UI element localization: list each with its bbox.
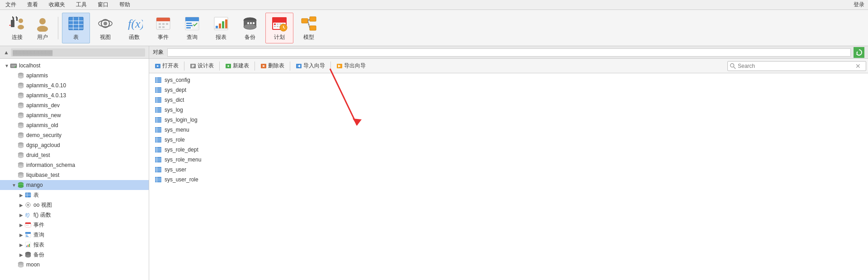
tree-item-localhost[interactable]: ▼ localhost	[0, 61, 149, 71]
tree-db-aplanmis-dev[interactable]: aplanmis_dev	[0, 100, 149, 110]
delete-table-label: 删除表	[268, 62, 284, 70]
event-icon	[154, 14, 172, 33]
search-input[interactable]	[738, 63, 855, 69]
toolbar-backup[interactable]: ●●● 备份	[236, 13, 264, 43]
functions-toggle[interactable]: ▶	[18, 213, 24, 218]
db-aplanmis-new-label: aplanmis_new	[26, 112, 61, 119]
toolbar-user[interactable]: 用户	[31, 13, 54, 43]
functions-icon: f()	[24, 211, 32, 218]
object-path-input[interactable]	[167, 48, 851, 57]
menu-view[interactable]: 查看	[25, 0, 40, 9]
db-icon	[17, 122, 24, 129]
sidebar-filter[interactable]: ▓▓▓▓▓▓▓▓▓▓▓	[11, 48, 145, 57]
tree-db-dgsp-agcloud[interactable]: dgsp_agcloud	[0, 140, 149, 150]
tree-db-aplanmis[interactable]: aplanmis	[0, 71, 149, 81]
login-button[interactable]: 登录	[854, 1, 864, 9]
svg-rect-36	[219, 24, 221, 28]
table-row-sys-role[interactable]: sys_role	[149, 135, 868, 145]
tree-mango-views[interactable]: ▶ oo 视图	[0, 200, 149, 210]
svg-rect-30	[186, 23, 192, 24]
menu-window[interactable]: 窗口	[96, 0, 110, 9]
table-row-sys-role-menu[interactable]: sys_role_menu	[149, 155, 868, 165]
table-row-sys-user[interactable]: sys_user	[149, 165, 868, 175]
delete-table-button[interactable]: 删除表	[257, 61, 288, 71]
toolbar-connect[interactable]: 连接	[5, 13, 29, 43]
views-label: oo 视图	[33, 201, 52, 209]
export-label: 导出向导	[344, 62, 366, 70]
toolbar-function[interactable]: f(x) 函数	[121, 13, 148, 43]
reports-icon	[24, 241, 32, 248]
db-icon	[17, 261, 24, 268]
tree-db-aplanmis-4013[interactable]: aplanmis_4.0.13	[0, 90, 149, 100]
tree-db-liquibase-test[interactable]: liquibase_test	[0, 170, 149, 180]
import-button[interactable]: 导入向导	[292, 61, 329, 71]
tree-mango-tables[interactable]: ▶ 表	[0, 190, 149, 200]
table-row-sys-dict[interactable]: sys_dict	[149, 95, 868, 105]
toolbar-report[interactable]: 报表	[208, 13, 235, 43]
db-aplanmis-4013-label: aplanmis_4.0.13	[26, 92, 66, 99]
sidebar-tree[interactable]: ▼ localhost	[0, 59, 149, 280]
tree-db-aplanmis-4010[interactable]: aplanmis_4.0.10	[0, 81, 149, 90]
svg-rect-0	[11, 20, 14, 27]
search-box[interactable]: ✕	[727, 61, 866, 71]
export-button[interactable]: 导出向导	[333, 61, 369, 71]
toolbar-model[interactable]: 模型	[295, 13, 322, 43]
open-table-button[interactable]: 打开表	[151, 61, 182, 71]
table-row-sys-role-dept[interactable]: sys_role_dept	[149, 145, 868, 155]
tree-db-aplanmis-old[interactable]: aplanmis_old	[0, 120, 149, 130]
toolbar-table[interactable]: 表	[62, 13, 90, 43]
query-label: 查询	[187, 33, 198, 41]
toolbar-schedule[interactable]: 计划	[265, 13, 293, 43]
svg-rect-4	[16, 16, 17, 18]
tree-mango-reports[interactable]: ▶ 报表	[0, 240, 149, 250]
svg-point-65	[308, 24, 310, 25]
mango-toggle[interactable]: ▼	[11, 183, 17, 188]
table-row-sys-login-log[interactable]: sys_login_log	[149, 115, 868, 125]
table-row-sys-config[interactable]: sys_config	[149, 75, 868, 85]
localhost-label: localhost	[19, 62, 40, 69]
reports-toggle[interactable]: ▶	[18, 242, 24, 247]
menu-tools[interactable]: 工具	[74, 0, 89, 9]
tree-db-moon[interactable]: moon	[0, 260, 149, 270]
tree-db-aplanmis-new[interactable]: aplanmis_new	[0, 110, 149, 120]
refresh-button[interactable]	[854, 47, 864, 58]
tree-mango-functions[interactable]: ▶ f() f() 函数	[0, 210, 149, 220]
table-row-sys-dept[interactable]: sys_dept	[149, 85, 868, 95]
svg-point-71	[18, 76, 24, 78]
tree-db-demo-security[interactable]: demo_security	[0, 130, 149, 140]
content-header: 对象	[149, 46, 868, 59]
menu-bar-left: 文件 查看 收藏夹 工具 窗口 帮助	[4, 0, 132, 9]
menu-help[interactable]: 帮助	[118, 0, 132, 9]
db-icon	[17, 142, 24, 149]
tree-mango-backups[interactable]: ▶ 备份	[0, 250, 149, 260]
toolbar-query[interactable]: 查询	[179, 13, 206, 43]
db-icon	[17, 171, 24, 179]
svg-point-74	[18, 85, 24, 88]
views-toggle[interactable]: ▶	[18, 203, 24, 208]
table-row-sys-log[interactable]: sys_log	[149, 105, 868, 115]
tree-db-mango[interactable]: ▼ mango	[0, 180, 149, 190]
svg-text:f(x): f(x)	[128, 17, 143, 30]
tree-mango-events[interactable]: ▶ 事件	[0, 220, 149, 230]
table-row-sys-user-role[interactable]: sys_user_role	[149, 175, 868, 185]
events-toggle[interactable]: ▶	[18, 223, 24, 228]
queries-toggle[interactable]: ▶	[18, 233, 24, 237]
menu-favorites[interactable]: 收藏夹	[47, 0, 67, 9]
toolbar-view[interactable]: 视图	[92, 13, 119, 43]
tables-toggle[interactable]: ▶	[18, 193, 24, 198]
table-row-sys-menu[interactable]: sys_menu	[149, 125, 868, 135]
tree-db-druid-test[interactable]: druid_test	[0, 150, 149, 160]
new-table-button[interactable]: 新建表	[222, 61, 253, 71]
tree-db-information-schema[interactable]: information_schema	[0, 160, 149, 170]
svg-rect-3	[12, 16, 13, 18]
up-arrow-icon[interactable]: ▲	[4, 49, 9, 56]
toolbar-event[interactable]: 事件	[150, 13, 177, 43]
search-clear-button[interactable]: ✕	[855, 62, 861, 70]
localhost-toggle[interactable]: ▼	[4, 63, 10, 68]
design-table-button[interactable]: 设计表	[186, 61, 217, 71]
tree-mango-queries[interactable]: ▶ 查询	[0, 230, 149, 240]
user-icon	[33, 14, 52, 33]
db-aplanmis-old-label: aplanmis_old	[26, 122, 58, 128]
backups-toggle[interactable]: ▶	[18, 252, 24, 257]
menu-file[interactable]: 文件	[4, 0, 18, 9]
